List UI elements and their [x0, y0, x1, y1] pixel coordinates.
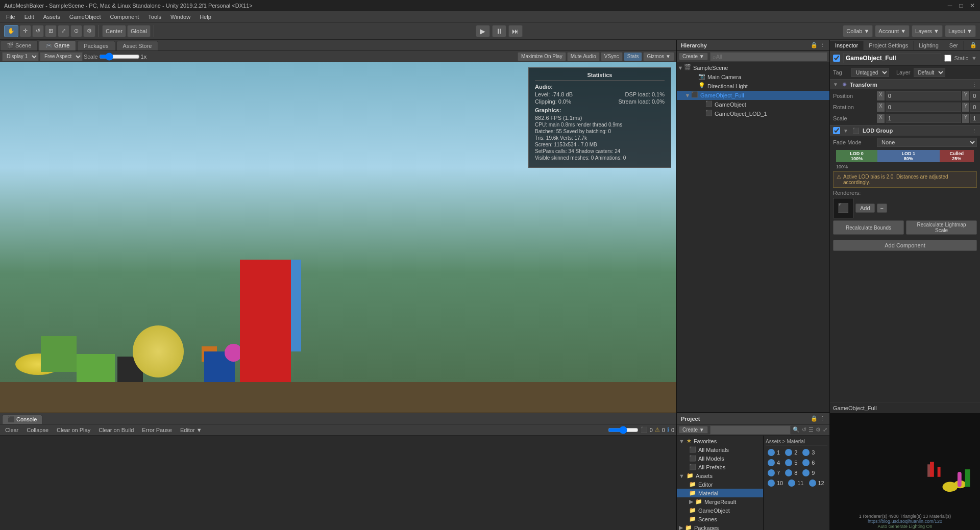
tool-custom[interactable]: ⚙: [83, 25, 95, 37]
mat-8[interactable]: 8: [783, 468, 799, 477]
mat-10[interactable]: 10: [766, 478, 785, 488]
step-button[interactable]: ⏭: [508, 25, 523, 37]
project-all-materials[interactable]: ⬛ All Materials: [677, 445, 763, 454]
menu-assets[interactable]: Assets: [39, 13, 64, 21]
tab-project-settings[interactable]: Project Settings: [864, 41, 914, 50]
lod-1-segment[interactable]: LOD 1 80%: [877, 150, 940, 162]
project-search-input[interactable]: [710, 425, 791, 435]
layer-select[interactable]: Default: [914, 68, 945, 77]
project-material[interactable]: 📁 Material: [677, 489, 763, 497]
project-editor[interactable]: 📁 Editor: [677, 480, 763, 489]
scale-y-field[interactable]: [970, 114, 980, 123]
close-button[interactable]: ✕: [969, 2, 976, 9]
tab-game[interactable]: 🎮 Game: [39, 40, 76, 51]
vsync-btn[interactable]: VSync: [601, 52, 623, 61]
renderer-add-button[interactable]: Add: [855, 204, 875, 213]
project-favorites[interactable]: ▼ ★ Favorites: [677, 437, 763, 445]
project-scenes[interactable]: 📁 Scenes: [677, 515, 763, 523]
project-packages[interactable]: ▶ 📁 Packages: [677, 523, 763, 530]
collab-button[interactable]: Collab ▼: [843, 25, 873, 37]
tool-rotate[interactable]: ↺: [32, 25, 44, 37]
tool-transform[interactable]: ⊙: [70, 25, 82, 37]
lod-0-segment[interactable]: LOD 0 100%: [836, 150, 877, 162]
fade-mode-select[interactable]: None: [877, 138, 977, 147]
mat-9[interactable]: 9: [800, 468, 817, 477]
tab-asset-store[interactable]: Asset Store: [116, 41, 159, 51]
mat-12[interactable]: 12: [807, 478, 826, 488]
pause-button[interactable]: ⏸: [492, 25, 506, 37]
tree-item-directional-light[interactable]: 💡 Directional Light: [677, 82, 829, 91]
clear-on-build-button[interactable]: Clear on Build: [95, 426, 137, 434]
mat-5[interactable]: 5: [783, 458, 799, 467]
layout-button[interactable]: Layout ▼: [945, 25, 976, 37]
tool-scale[interactable]: ⊞: [45, 25, 57, 37]
stats-btn[interactable]: Stats: [624, 52, 643, 61]
tree-item-gameobject[interactable]: ⬛ GameObject: [677, 100, 829, 109]
tab-scene[interactable]: 🎬 Scene: [0, 40, 38, 51]
rotation-y-field[interactable]: [970, 103, 980, 112]
tab-lighting[interactable]: Lighting: [914, 41, 944, 50]
transform-section-header[interactable]: ▼ ⊕ Transform ⋮: [830, 79, 980, 89]
mat-7[interactable]: 7: [766, 468, 782, 477]
recalc-lightmap-button[interactable]: Recalculate Lightmap Scale: [906, 220, 977, 235]
tab-console[interactable]: ⬛ Console: [2, 415, 42, 424]
lod-group-section-header[interactable]: ▼ ⬛ LOD Group ⋮: [830, 125, 980, 136]
position-y-field[interactable]: [970, 91, 980, 100]
tab-ser[interactable]: Ser: [944, 41, 964, 50]
object-active-checkbox[interactable]: [833, 55, 840, 62]
tree-item-gameobject-full[interactable]: ▼ ⬛ GameObject_Full: [677, 91, 829, 100]
layers-button[interactable]: Layers ▼: [912, 25, 943, 37]
position-x-field[interactable]: [886, 91, 961, 100]
renderer-remove-button[interactable]: −: [877, 204, 887, 213]
play-button[interactable]: ▶: [476, 25, 490, 37]
add-component-button[interactable]: Add Component: [833, 240, 977, 251]
maximize-button[interactable]: □: [958, 2, 965, 9]
error-pause-button[interactable]: Error Pause: [139, 426, 175, 434]
rotation-x-field[interactable]: [886, 103, 961, 112]
editor-button[interactable]: Editor ▼: [177, 426, 205, 434]
hierarchy-search-input[interactable]: [710, 52, 827, 61]
menu-help[interactable]: Help: [195, 13, 215, 21]
recalc-bounds-button[interactable]: Recalculate Bounds: [833, 220, 904, 235]
mat-2[interactable]: 2: [783, 448, 799, 457]
tree-item-gameobject-lod1[interactable]: ⬛ GameObject_LOD_1: [677, 109, 829, 118]
global-button[interactable]: Global: [127, 25, 151, 37]
tool-hand[interactable]: ✋: [4, 25, 18, 37]
center-button[interactable]: Center: [102, 25, 126, 37]
lod-culled-segment[interactable]: Culled 25%: [940, 150, 974, 162]
mat-1[interactable]: 1: [766, 448, 782, 457]
tree-item-main-camera[interactable]: 📷 Main Camera: [677, 72, 829, 82]
project-all-prefabs[interactable]: ⬛ All Prefabs: [677, 463, 763, 471]
tool-rect[interactable]: ⤢: [58, 25, 69, 37]
mat-11[interactable]: 11: [786, 478, 805, 488]
static-checkbox[interactable]: [944, 55, 951, 62]
hierarchy-create-button[interactable]: Create ▼: [679, 53, 708, 60]
account-button[interactable]: Account ▼: [875, 25, 910, 37]
scale-slider[interactable]: [99, 53, 140, 61]
clear-button[interactable]: Clear: [2, 426, 21, 434]
mat-6[interactable]: 6: [800, 458, 817, 467]
lod-active-checkbox[interactable]: [833, 127, 840, 134]
tool-move[interactable]: ✛: [19, 25, 31, 37]
object-name-field[interactable]: [843, 53, 941, 63]
maximize-on-play-btn[interactable]: Maximize On Play: [518, 52, 566, 61]
project-assets-root[interactable]: ▼ 📁 Assets: [677, 471, 763, 480]
project-all-models[interactable]: ⬛ All Models: [677, 454, 763, 463]
clear-on-play-button[interactable]: Clear on Play: [54, 426, 93, 434]
menu-tools[interactable]: Tools: [144, 13, 165, 21]
console-search-slider[interactable]: [608, 426, 639, 434]
lod-menu-icon[interactable]: ⋮: [972, 128, 977, 134]
tree-item-samplescene[interactable]: ▼ 🎬 SampleScene: [677, 63, 829, 72]
scale-x-field[interactable]: [886, 114, 961, 123]
collapse-button[interactable]: Collapse: [23, 426, 52, 434]
tag-select[interactable]: Untagged: [851, 68, 889, 77]
mat-3[interactable]: 3: [800, 448, 817, 457]
project-gameobject-folder[interactable]: 📁 GameObject: [677, 506, 763, 515]
display-select[interactable]: Display 1: [2, 52, 39, 61]
minimize-button[interactable]: ─: [946, 2, 953, 9]
project-create-button[interactable]: Create ▼: [679, 426, 708, 434]
transform-menu-icon[interactable]: ⋮: [972, 82, 977, 87]
menu-edit[interactable]: Edit: [20, 13, 38, 21]
mute-audio-btn[interactable]: Mute Audio: [567, 52, 600, 61]
tab-inspector[interactable]: Inspector: [830, 41, 864, 50]
